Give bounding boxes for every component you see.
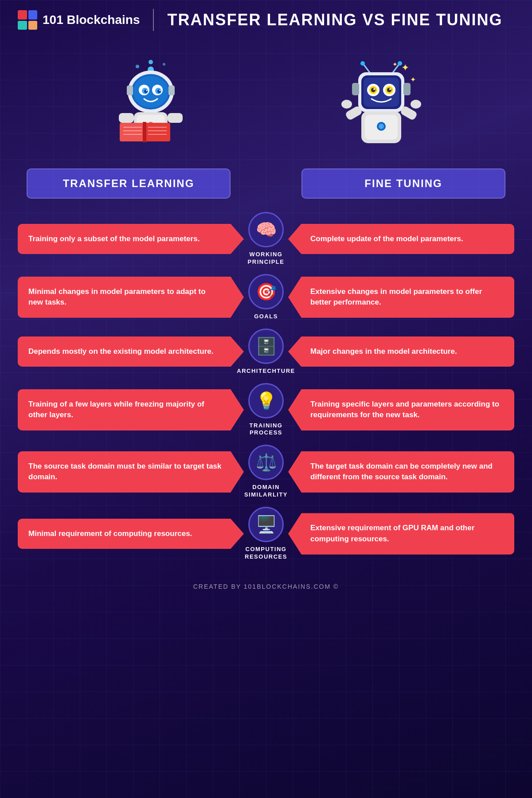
logo-text: 101 Blockchains: [43, 13, 140, 27]
right-cell-3: Training specific layers and parameters …: [288, 389, 514, 430]
header-spacer: [239, 168, 293, 199]
transfer-learning-header: TRANSFER LEARNING: [27, 168, 231, 199]
svg-point-46: [371, 88, 376, 92]
center-cell-1: 🎯 GOALS: [237, 274, 295, 321]
logo-icon: [18, 10, 37, 30]
center-icon-3: 💡: [248, 383, 284, 419]
center-label-2: ARCHITECHTURE: [237, 368, 295, 375]
left-cell-5: Minimal requirement of computing resourc…: [18, 519, 244, 549]
header-title: TRANSFER LEARNING VS FINE TUNING: [167, 11, 502, 29]
center-icon-emoji-0: 🧠: [256, 220, 277, 239]
footer-text: CREATED BY 101BLOCKCHAINS.COM ©: [193, 583, 339, 590]
svg-point-15: [160, 90, 161, 91]
right-cell-4: The target task domain can be completely…: [288, 451, 514, 493]
svg-rect-24: [145, 123, 170, 141]
svg-rect-17: [168, 86, 175, 95]
center-icon-emoji-5: 🖥️: [256, 515, 277, 534]
svg-point-59: [411, 100, 421, 109]
center-cell-4: ⚖️ DOMAINSIMILARLITY: [237, 445, 295, 499]
center-label-0: WORKINGPRINCIPLE: [248, 251, 285, 266]
comparison-row-4: The source task domain must be similar t…: [18, 445, 514, 499]
center-icon-emoji-2: 🗄️: [256, 336, 277, 356]
center-cell-0: 🧠 WORKINGPRINCIPLE: [237, 212, 295, 266]
center-cell-3: 💡 TRAININGPROCESS: [237, 383, 295, 437]
logo-block-green: [18, 21, 27, 30]
right-text-3: Training specific layers and parameters …: [310, 399, 504, 421]
footer: CREATED BY 101BLOCKCHAINS.COM ©: [0, 570, 532, 603]
left-text-5: Minimal requirement of computing resourc…: [28, 528, 222, 540]
comparison-row-0: Training only a subset of the model para…: [18, 212, 514, 266]
svg-rect-51: [403, 83, 411, 95]
svg-rect-23: [120, 123, 145, 141]
center-label-3: TRAININGPROCESS: [250, 422, 283, 437]
left-text-3: Training of a few layers while freezing …: [28, 399, 222, 421]
logo-block-blue: [28, 10, 38, 20]
svg-rect-22: [168, 113, 183, 123]
comparison-row-5: Minimal requirement of computing resourc…: [18, 507, 514, 561]
center-cell-5: 🖥️ COMPUTINGRESOURCES: [237, 507, 295, 561]
svg-point-2: [163, 63, 165, 66]
svg-point-47: [387, 88, 391, 92]
svg-rect-16: [127, 86, 133, 95]
comparison-row-2: Depends mostly on the existing model arc…: [18, 329, 514, 375]
center-icon-emoji-3: 💡: [256, 391, 277, 411]
right-text-5: Extensive requirement of GPU RAM and oth…: [310, 523, 504, 544]
robot2-svg: ✦ ✦ ✦: [337, 60, 426, 162]
svg-point-36: [360, 61, 365, 66]
svg-point-7: [133, 76, 168, 108]
header: 101 Blockchains TRANSFER LEARNING VS FIN…: [0, 0, 532, 40]
logo-block-red: [18, 10, 27, 20]
right-text-0: Complete update of the model parameters.: [310, 234, 504, 245]
fine-tuning-header: FINE TUNING: [301, 168, 505, 199]
left-text-0: Training only a subset of the model para…: [28, 234, 222, 245]
center-icon-0: 🧠: [248, 212, 284, 247]
center-label-5: COMPUTINGRESOURCES: [245, 546, 287, 561]
center-cell-2: 🗄️ ARCHITECHTURE: [237, 329, 295, 375]
svg-point-38: [398, 61, 402, 66]
center-icon-4: ⚖️: [248, 445, 284, 480]
transfer-learning-robot: [102, 58, 200, 164]
header-divider: [153, 9, 154, 31]
left-cell-4: The source task domain must be similar t…: [18, 451, 244, 493]
center-icon-1: 🎯: [248, 274, 284, 309]
comparison-row-1: Minimal changes in model parameters to a…: [18, 274, 514, 321]
svg-point-48: [373, 88, 375, 90]
svg-point-58: [341, 100, 352, 109]
right-cell-0: Complete update of the model parameters.: [288, 224, 514, 254]
right-text-2: Major changes in the model architecture.: [310, 346, 504, 357]
svg-text:✦: ✦: [401, 62, 409, 73]
svg-line-35: [364, 64, 370, 73]
right-cell-5: Extensive requirement of GPU RAM and oth…: [288, 513, 514, 554]
svg-point-1: [136, 65, 139, 68]
fine-tuning-robot: ✦ ✦ ✦: [332, 58, 430, 164]
center-icon-emoji-4: ⚖️: [256, 453, 277, 472]
center-icon-2: 🗄️: [248, 329, 284, 364]
center-icon-5: 🖥️: [248, 507, 284, 542]
svg-point-55: [379, 124, 384, 129]
robot1-svg: [106, 60, 195, 162]
logo-block-yellow: [28, 21, 38, 30]
svg-text:✦: ✦: [410, 76, 416, 83]
comparison-section: Training only a subset of the model para…: [0, 203, 532, 570]
right-cell-1: Extensive changes in model parameters to…: [288, 277, 514, 318]
right-text-4: The target task domain can be completely…: [310, 461, 504, 483]
right-cell-2: Major changes in the model architecture.: [288, 336, 514, 367]
svg-rect-21: [119, 113, 134, 123]
svg-point-14: [146, 90, 148, 91]
left-text-1: Minimal changes in model parameters to a…: [28, 286, 222, 308]
left-cell-3: Training of a few layers while freezing …: [18, 389, 244, 430]
logo-area: 101 Blockchains: [18, 10, 140, 30]
right-text-1: Extensive changes in model parameters to…: [310, 286, 504, 308]
comparison-row-3: Training of a few layers while freezing …: [18, 383, 514, 437]
left-text-2: Depends mostly on the existing model arc…: [28, 346, 222, 357]
center-icon-emoji-1: 🎯: [256, 282, 277, 301]
svg-rect-50: [352, 83, 359, 95]
svg-point-49: [389, 88, 391, 90]
column-headers: TRANSFER LEARNING FINE TUNING: [0, 164, 532, 203]
svg-rect-25: [143, 122, 146, 142]
center-label-4: DOMAINSIMILARLITY: [244, 484, 288, 499]
center-label-1: GOALS: [254, 313, 278, 321]
svg-point-0: [149, 60, 153, 64]
left-cell-2: Depends mostly on the existing model arc…: [18, 336, 244, 367]
left-cell-0: Training only a subset of the model para…: [18, 224, 244, 254]
